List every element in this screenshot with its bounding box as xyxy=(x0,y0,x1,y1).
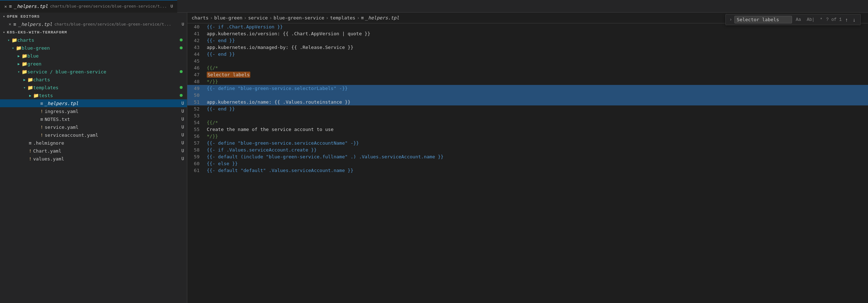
breadcrumb-item-charts[interactable]: charts xyxy=(192,15,209,21)
find-option-star[interactable]: * xyxy=(819,17,824,23)
line-content: app.kubernetes.io/version: {{ .Chart.App… xyxy=(205,30,868,37)
open-editor-item[interactable]: ✕ ≡ _helpers.tpl charts/blue-green/servi… xyxy=(0,20,187,28)
chevron-icon: ▾ xyxy=(3,14,5,19)
arrow-icon: ▾ xyxy=(6,38,12,42)
close-icon[interactable]: ✕ xyxy=(9,22,11,27)
folder-icon: 📁 xyxy=(12,37,17,43)
tab-helpers[interactable]: ✕ ≡ _helpers.tpl charts/blue-green/servi… xyxy=(0,0,177,13)
line-content: {{- default "default" .Values.serviceAcc… xyxy=(205,167,868,174)
breadcrumb-sep-5: › xyxy=(357,15,360,21)
file-icon-txt: ≡ xyxy=(39,117,45,122)
breadcrumb-item-service[interactable]: service xyxy=(248,15,268,21)
breadcrumb-item-bgservice[interactable]: blue-green-service xyxy=(274,15,325,21)
tree-item-valuesyaml[interactable]: ! values.yaml U xyxy=(0,155,187,163)
item-label: tests xyxy=(39,93,180,98)
tree-item-chartyaml[interactable]: ! Chart.yaml U xyxy=(0,147,187,155)
line-content: app.kubernetes.io/managed-by: {{ .Releas… xyxy=(205,44,868,51)
breadcrumb-item-helpers-icon: ≡ xyxy=(361,15,364,21)
line-number: 52 xyxy=(187,105,205,112)
code-line-45: 45 xyxy=(187,58,868,64)
line-number: 60 xyxy=(187,160,205,167)
find-prev-button[interactable]: ↑ xyxy=(844,16,849,23)
editor-content[interactable]: 40 {{- if .Chart.AppVersion }} 41 app.ku… xyxy=(187,23,868,303)
line-content: */}} xyxy=(205,133,868,140)
file-icon-tpl: ≡ xyxy=(39,101,45,106)
code-line-49: 49 {{- define "blue-green-service.select… xyxy=(187,85,868,92)
dot-indicator xyxy=(180,86,183,89)
open-file-badge: U xyxy=(182,22,184,27)
code-line-51: 51 app.kubernetes.io/name: {{ .Values.ro… xyxy=(187,99,868,105)
item-label: NOTES.txt xyxy=(45,117,182,122)
line-number: 51 xyxy=(187,99,205,105)
arrow-icon: ▶ xyxy=(16,62,22,66)
line-number: 46 xyxy=(187,64,205,71)
tree-item-charts-nested[interactable]: ▶ 📁 charts xyxy=(0,76,187,83)
tab-file-icon: ≡ xyxy=(9,4,12,9)
tabs-bar: ✕ ≡ _helpers.tpl charts/blue-green/servi… xyxy=(0,0,868,13)
find-option-ab[interactable]: Ab| xyxy=(805,17,816,23)
file-icon: ≡ xyxy=(13,22,16,27)
file-icon-excl: ! xyxy=(39,109,45,114)
folder-icon: 📁 xyxy=(27,85,33,90)
code-line-44: 44 {{- end }} xyxy=(187,51,868,58)
find-widget: › Aa Ab| * ? of 1 ↑ ↓ xyxy=(725,14,861,25)
tree-item-blue[interactable]: ▶ 📁 blue xyxy=(0,52,187,60)
line-content: Selector labels xyxy=(205,71,868,78)
breadcrumb-item-bluegreen[interactable]: blue-green xyxy=(214,15,242,21)
tree-item-green[interactable]: ▶ 📁 green xyxy=(0,60,187,68)
line-number: 54 xyxy=(187,119,205,126)
find-arrow-icon: › xyxy=(729,17,732,22)
item-label: templates xyxy=(33,85,180,90)
item-label: ingress.yaml xyxy=(45,109,182,114)
sidebar: ▾ OPEN EDITORS ✕ ≡ _helpers.tpl charts/b… xyxy=(0,13,187,303)
line-number: 45 xyxy=(187,58,205,64)
tree-item-tests[interactable]: ▶ 📁 tests xyxy=(0,91,187,99)
tree-item-templates[interactable]: ▾ 📁 templates xyxy=(0,83,187,91)
code-line-56: 56 */}} xyxy=(187,133,868,140)
line-number: 49 xyxy=(187,85,205,92)
explorer-section: ▾ K8S-EKS-WITH-TERRAFORM ▾ 📁 charts ▾ 📁 xyxy=(0,28,187,163)
line-content: {{- default (include "blue-green-service… xyxy=(205,153,868,160)
folder-icon: 📁 xyxy=(22,53,27,59)
line-number: 61 xyxy=(187,167,205,174)
tree-item-serviceaccount[interactable]: ! serviceaccount.yaml U xyxy=(0,131,187,139)
tree-item-ingress[interactable]: ! ingress.yaml U xyxy=(0,107,187,115)
line-content: {{/* xyxy=(205,119,868,126)
code-line-61: 61 {{- default "default" .Values.service… xyxy=(187,167,868,174)
find-next-button[interactable]: ↓ xyxy=(851,16,857,23)
breadcrumb-sep-2: › xyxy=(244,15,247,21)
tab-close-icon[interactable]: ✕ xyxy=(4,4,7,9)
line-content: {{- define "blue-green-service.serviceAc… xyxy=(205,140,868,146)
item-label: .helmignore xyxy=(33,140,182,146)
tab-modified-badge: U xyxy=(171,4,173,9)
tree-item-service[interactable]: ▾ 📁 service / blue-green-service xyxy=(0,68,187,76)
open-editors-label[interactable]: ▾ OPEN EDITORS xyxy=(0,13,187,20)
explorer-root-label[interactable]: ▾ K8S-EKS-WITH-TERRAFORM xyxy=(0,28,187,36)
breadcrumb-item-templates[interactable]: templates xyxy=(330,15,355,21)
tree-item-helmignore[interactable]: ≡ .helmignore U xyxy=(0,139,187,147)
breadcrumb-sep-4: › xyxy=(326,15,328,21)
line-number: 44 xyxy=(187,51,205,58)
file-icon-excl: ! xyxy=(27,148,33,154)
find-option-aa[interactable]: Aa xyxy=(794,17,803,23)
item-label: values.yaml xyxy=(33,156,182,162)
tree-item-helpers[interactable]: ≡ _helpers.tpl U xyxy=(0,99,187,107)
code-line-47: 47 Selector labels xyxy=(187,71,868,78)
code-line-58: 58 {{- if .Values.serviceAccount.create … xyxy=(187,146,868,153)
tab-filename: _helpers.tpl xyxy=(14,4,48,9)
code-line-55: 55 Create the name of the service accoun… xyxy=(187,126,868,133)
folder-icon: 📁 xyxy=(22,69,27,74)
breadcrumb-item-helpers[interactable]: _helpers.tpl xyxy=(365,15,399,21)
dot-indicator xyxy=(180,70,183,73)
tree-item-service-yaml[interactable]: ! service.yaml U xyxy=(0,123,187,131)
code-line-41: 41 app.kubernetes.io/version: {{ .Chart.… xyxy=(187,30,868,37)
code-line-52: 52 {{- end }} xyxy=(187,105,868,112)
tree-item-blue-green[interactable]: ▾ 📁 blue-green xyxy=(0,44,187,52)
dot-indicator xyxy=(180,46,183,49)
line-content: */}} xyxy=(205,78,868,85)
line-content: {{- define "blue-green-service.selectorL… xyxy=(205,85,868,92)
find-input[interactable] xyxy=(734,16,792,23)
tree-item-charts[interactable]: ▾ 📁 charts xyxy=(0,36,187,44)
arrow-icon: ▶ xyxy=(16,54,22,58)
tree-item-notes[interactable]: ≡ NOTES.txt U xyxy=(0,115,187,123)
